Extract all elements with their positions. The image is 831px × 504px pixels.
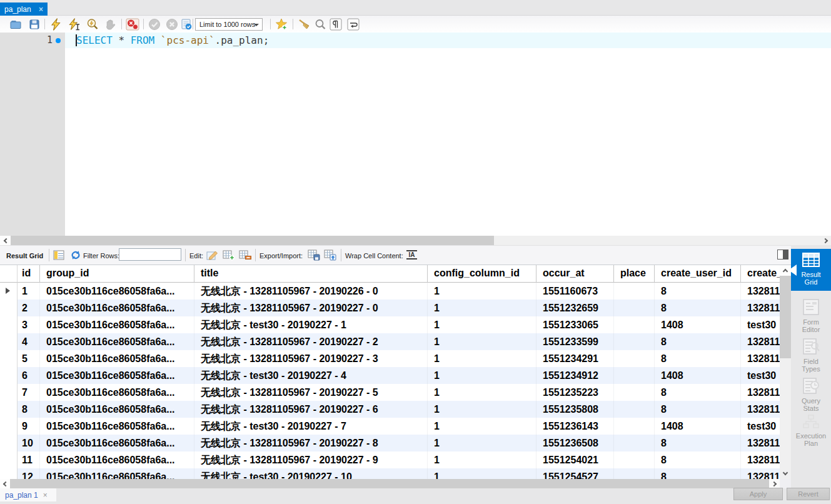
cell-group_id[interactable]: 015ce30b116ce86058fa6a... bbox=[40, 367, 194, 384]
cell-group_id[interactable]: 015ce30b116ce86058fa6a... bbox=[40, 333, 194, 350]
cell-place[interactable] bbox=[614, 283, 655, 300]
row-selector[interactable] bbox=[0, 316, 18, 333]
show-invisibles-icon[interactable] bbox=[330, 18, 342, 31]
grid-hscroll-left-button[interactable] bbox=[0, 479, 10, 488]
row-selector[interactable] bbox=[0, 283, 18, 300]
cell-create[interactable]: 13281105967 bbox=[741, 468, 780, 479]
cell-config_column_id[interactable]: 1 bbox=[428, 283, 536, 300]
grid-vscroll-thumb[interactable] bbox=[780, 276, 791, 358]
row-selector[interactable] bbox=[0, 350, 18, 367]
editor-hscroll-thumb[interactable] bbox=[11, 236, 494, 245]
cell-place[interactable] bbox=[614, 435, 655, 451]
cell-create[interactable]: 13281105967 bbox=[741, 300, 780, 316]
cell-config_column_id[interactable]: 1 bbox=[428, 333, 536, 350]
cell-occur_at[interactable]: 1551234912 bbox=[536, 367, 614, 384]
sidebar-item-result-grid[interactable]: Result Grid bbox=[791, 249, 831, 291]
sidebar-item-execution-plan[interactable]: Execution Plan bbox=[791, 411, 831, 447]
table-row[interactable]: 11015ce30b116ce86058fa6a...无线北京 - 132811… bbox=[0, 451, 780, 468]
cell-occur_at[interactable]: 1551235223 bbox=[536, 384, 614, 401]
cell-group_id[interactable]: 015ce30b116ce86058fa6a... bbox=[40, 300, 194, 316]
cell-place[interactable] bbox=[614, 468, 655, 479]
import-recordset-icon[interactable] bbox=[324, 249, 336, 261]
cell-create_user_id[interactable]: 8 bbox=[655, 300, 741, 316]
cell-create[interactable]: 13281105967 bbox=[741, 350, 780, 367]
column-header-group_id[interactable]: group_id bbox=[40, 265, 194, 283]
cell-place[interactable] bbox=[614, 401, 655, 418]
tab-pa-plan[interactable]: pa_plan × bbox=[0, 3, 48, 16]
open-file-icon[interactable] bbox=[9, 18, 22, 31]
wrap-text-icon[interactable] bbox=[347, 18, 360, 31]
cell-group_id[interactable]: 015ce30b116ce86058fa6a... bbox=[40, 401, 194, 418]
cell-occur_at[interactable]: 1551233599 bbox=[536, 333, 614, 350]
execute-current-icon[interactable] bbox=[68, 18, 81, 31]
save-snippet-icon[interactable] bbox=[275, 18, 288, 31]
cell-place[interactable] bbox=[614, 367, 655, 384]
cell-create_user_id[interactable]: 1408 bbox=[655, 418, 741, 435]
cell-title[interactable]: 无线北京 - test30 - 20190227 - 10 bbox=[194, 468, 428, 479]
cell-occur_at[interactable]: 1551160673 bbox=[536, 283, 614, 300]
sidebar-item-query-stats[interactable]: Query Stats bbox=[791, 374, 831, 412]
beautify-icon[interactable] bbox=[298, 18, 310, 31]
cell-id[interactable]: 11 bbox=[18, 451, 40, 468]
cell-create[interactable]: 13281105967 bbox=[741, 283, 780, 300]
grid-hscroll-thumb[interactable] bbox=[10, 479, 769, 488]
cell-create[interactable]: test30 bbox=[741, 418, 780, 435]
column-header-config_column_id[interactable]: config_column_id bbox=[428, 265, 536, 283]
cell-create_user_id[interactable]: 8 bbox=[655, 401, 741, 418]
explain-icon[interactable] bbox=[86, 18, 99, 31]
sql-editor[interactable] bbox=[0, 33, 831, 236]
cell-config_column_id[interactable]: 1 bbox=[428, 451, 536, 468]
cell-place[interactable] bbox=[614, 300, 655, 316]
table-row[interactable]: 7015ce30b116ce86058fa6a...无线北京 - 1328110… bbox=[0, 384, 780, 401]
table-row[interactable]: 4015ce30b116ce86058fa6a...无线北京 - 1328110… bbox=[0, 333, 780, 350]
cell-group_id[interactable]: 015ce30b116ce86058fa6a... bbox=[40, 350, 194, 367]
edit-cell-icon[interactable] bbox=[206, 249, 219, 261]
cell-config_column_id[interactable]: 1 bbox=[428, 384, 536, 401]
cell-group_id[interactable]: 015ce30b116ce86058fa6a... bbox=[40, 435, 194, 451]
column-header-occur_at[interactable]: occur_at bbox=[536, 265, 614, 283]
delete-row-icon[interactable] bbox=[239, 249, 251, 261]
cell-config_column_id[interactable]: 1 bbox=[428, 367, 536, 384]
sidebar-item-form-editor[interactable]: Form Editor bbox=[791, 295, 831, 333]
cell-config_column_id[interactable]: 1 bbox=[428, 401, 536, 418]
cell-group_id[interactable]: 015ce30b116ce86058fa6a... bbox=[40, 384, 194, 401]
column-header-create[interactable]: create_ bbox=[741, 265, 780, 283]
cell-create[interactable]: test30 bbox=[741, 367, 780, 384]
row-selector[interactable] bbox=[0, 435, 18, 451]
table-row[interactable]: 2015ce30b116ce86058fa6a...无线北京 - 1328110… bbox=[0, 300, 780, 316]
column-header-title[interactable]: title bbox=[194, 265, 428, 283]
cell-create[interactable]: 13281105967 bbox=[741, 435, 780, 451]
cell-id[interactable]: 5 bbox=[18, 350, 40, 367]
cell-create_user_id[interactable]: 8 bbox=[655, 435, 741, 451]
cell-create[interactable]: 13281105967 bbox=[741, 451, 780, 468]
cell-title[interactable]: 无线北京 - 13281105967 - 20190227 - 9 bbox=[194, 451, 428, 468]
cell-id[interactable]: 9 bbox=[18, 418, 40, 435]
cell-id[interactable]: 4 bbox=[18, 333, 40, 350]
row-selector[interactable] bbox=[0, 333, 18, 350]
cell-title[interactable]: 无线北京 - test30 - 20190227 - 1 bbox=[194, 316, 428, 333]
row-selector[interactable] bbox=[0, 418, 18, 435]
table-row[interactable]: 9015ce30b116ce86058fa6a...无线北京 - test30 … bbox=[0, 418, 780, 435]
sidebar-item-field-types[interactable]: Field Types bbox=[791, 335, 831, 373]
cell-id[interactable]: 6 bbox=[18, 367, 40, 384]
cell-id[interactable]: 3 bbox=[18, 316, 40, 333]
cell-title[interactable]: 无线北京 - test30 - 20190227 - 7 bbox=[194, 418, 428, 435]
cell-id[interactable]: 7 bbox=[18, 384, 40, 401]
table-row[interactable]: 3015ce30b116ce86058fa6a...无线北京 - test30 … bbox=[0, 316, 780, 333]
table-row[interactable]: 1015ce30b116ce86058fa6a...无线北京 - 1328110… bbox=[0, 283, 780, 300]
row-selector[interactable] bbox=[0, 451, 18, 468]
row-selector[interactable] bbox=[0, 300, 18, 316]
column-header-place[interactable]: place bbox=[614, 265, 655, 283]
cell-create_user_id[interactable]: 8 bbox=[655, 468, 741, 479]
cell-config_column_id[interactable]: 1 bbox=[428, 468, 536, 479]
insert-row-icon[interactable] bbox=[223, 249, 235, 261]
cell-occur_at[interactable]: 1551236508 bbox=[536, 435, 614, 451]
cell-create[interactable]: 13281105967 bbox=[741, 333, 780, 350]
row-selector[interactable] bbox=[0, 367, 18, 384]
row-selector[interactable] bbox=[0, 384, 18, 401]
cell-id[interactable]: 12 bbox=[18, 468, 40, 479]
cell-create_user_id[interactable]: 8 bbox=[655, 283, 741, 300]
apply-button[interactable]: Apply bbox=[733, 488, 783, 500]
grid-hscroll-right-button[interactable] bbox=[769, 479, 780, 488]
cell-config_column_id[interactable]: 1 bbox=[428, 300, 536, 316]
